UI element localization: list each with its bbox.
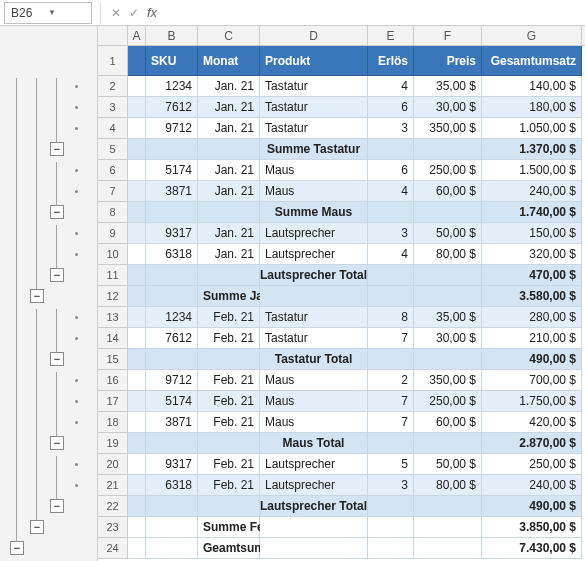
cell[interactable]: [128, 517, 146, 538]
cell-produkt[interactable]: Lautsprecher: [260, 454, 368, 475]
row-header[interactable]: 13: [98, 307, 128, 328]
cell-erloes[interactable]: 4: [368, 244, 414, 265]
cell[interactable]: [128, 202, 146, 223]
cell-erloes[interactable]: 6: [368, 160, 414, 181]
col-header-g[interactable]: G: [482, 26, 582, 45]
cell-preis[interactable]: 30,00 $: [414, 97, 482, 118]
cell-sku[interactable]: 5174: [146, 160, 198, 181]
cell[interactable]: [414, 139, 482, 160]
cell-preis[interactable]: 60,00 $: [414, 181, 482, 202]
cell-sku[interactable]: 6318: [146, 475, 198, 496]
cell[interactable]: [260, 517, 368, 538]
cell-erloes[interactable]: 3: [368, 118, 414, 139]
row-header[interactable]: 9: [98, 223, 128, 244]
cell[interactable]: [128, 370, 146, 391]
header-erloes[interactable]: Erlös: [368, 46, 414, 76]
subtotal-label[interactable]: Lautsprecher Total: [260, 496, 368, 517]
cell-monat[interactable]: Feb. 21: [198, 412, 260, 433]
cell[interactable]: [146, 202, 198, 223]
cell[interactable]: [128, 244, 146, 265]
row-header[interactable]: 1: [98, 46, 128, 76]
cell[interactable]: [128, 538, 146, 559]
cell[interactable]: [146, 349, 198, 370]
subtotal-value[interactable]: 3.850,00 $: [482, 517, 582, 538]
cell-gesamt[interactable]: 240,00 $: [482, 181, 582, 202]
subtotal-label[interactable]: Summe Tastatur: [260, 139, 368, 160]
outline-collapse-button[interactable]: −: [50, 142, 64, 156]
cell-erloes[interactable]: 7: [368, 391, 414, 412]
row-header[interactable]: 20: [98, 454, 128, 475]
cell-erloes[interactable]: 6: [368, 97, 414, 118]
cell-preis[interactable]: 30,00 $: [414, 328, 482, 349]
subtotal-label[interactable]: Summe Jan. 21: [198, 286, 260, 307]
cell-monat[interactable]: Jan. 21: [198, 97, 260, 118]
cell-erloes[interactable]: 4: [368, 181, 414, 202]
cell-monat[interactable]: Jan. 21: [198, 181, 260, 202]
cell[interactable]: [414, 538, 482, 559]
cell-preis[interactable]: 350,00 $: [414, 118, 482, 139]
outline-collapse-button[interactable]: −: [50, 352, 64, 366]
subtotal-value[interactable]: 1.370,00 $: [482, 139, 582, 160]
subtotal-value[interactable]: 1.740,00 $: [482, 202, 582, 223]
cell[interactable]: [368, 349, 414, 370]
cell[interactable]: [414, 349, 482, 370]
cell-erloes[interactable]: 7: [368, 328, 414, 349]
cell-monat[interactable]: Jan. 21: [198, 244, 260, 265]
cell[interactable]: [198, 202, 260, 223]
row-header[interactable]: 11: [98, 265, 128, 286]
cell[interactable]: [146, 496, 198, 517]
row-header[interactable]: 14: [98, 328, 128, 349]
header-produkt[interactable]: Produkt: [260, 46, 368, 76]
cell-erloes[interactable]: 5: [368, 454, 414, 475]
outline-collapse-button[interactable]: −: [30, 289, 44, 303]
cell[interactable]: [128, 496, 146, 517]
cell-monat[interactable]: Jan. 21: [198, 160, 260, 181]
cell-monat[interactable]: Jan. 21: [198, 118, 260, 139]
cell-preis[interactable]: 250,00 $: [414, 391, 482, 412]
cell[interactable]: [414, 496, 482, 517]
cell[interactable]: [128, 160, 146, 181]
subtotal-value[interactable]: 490,00 $: [482, 349, 582, 370]
header-sku[interactable]: SKU: [146, 46, 198, 76]
cell-preis[interactable]: 50,00 $: [414, 454, 482, 475]
cell-preis[interactable]: 35,00 $: [414, 76, 482, 97]
cell-produkt[interactable]: Tastatur: [260, 76, 368, 97]
cell-sku[interactable]: 5174: [146, 391, 198, 412]
cell-sku[interactable]: 3871: [146, 412, 198, 433]
row-header[interactable]: 12: [98, 286, 128, 307]
cell[interactable]: [128, 433, 146, 454]
cell-gesamt[interactable]: 1.750,00 $: [482, 391, 582, 412]
cell[interactable]: [368, 265, 414, 286]
row-header[interactable]: 18: [98, 412, 128, 433]
cell-produkt[interactable]: Maus: [260, 160, 368, 181]
cancel-icon[interactable]: ✕: [107, 4, 125, 22]
cell-erloes[interactable]: 7: [368, 412, 414, 433]
col-header-a[interactable]: A: [128, 26, 146, 45]
cell[interactable]: [128, 349, 146, 370]
cell-preis[interactable]: 80,00 $: [414, 475, 482, 496]
cell[interactable]: [146, 433, 198, 454]
cell-gesamt[interactable]: 280,00 $: [482, 307, 582, 328]
cell[interactable]: [368, 286, 414, 307]
cell[interactable]: [128, 475, 146, 496]
subtotal-value[interactable]: 2.870,00 $: [482, 433, 582, 454]
subtotal-value[interactable]: 7.430,00 $: [482, 538, 582, 559]
cell[interactable]: [198, 139, 260, 160]
name-box[interactable]: B26 ▼: [4, 2, 92, 24]
subtotal-label[interactable]: Tastatur Total: [260, 349, 368, 370]
cell-gesamt[interactable]: 210,00 $: [482, 328, 582, 349]
chevron-down-icon[interactable]: ▼: [48, 8, 85, 17]
cell-erloes[interactable]: 4: [368, 76, 414, 97]
outline-collapse-button[interactable]: −: [50, 436, 64, 450]
row-header[interactable]: 2: [98, 76, 128, 97]
row-header[interactable]: 6: [98, 160, 128, 181]
cell[interactable]: [414, 517, 482, 538]
outline-collapse-button[interactable]: −: [50, 499, 64, 513]
cell-erloes[interactable]: 8: [368, 307, 414, 328]
row-header[interactable]: 10: [98, 244, 128, 265]
cell-produkt[interactable]: Maus: [260, 391, 368, 412]
cell-monat[interactable]: Jan. 21: [198, 76, 260, 97]
col-header-f[interactable]: F: [414, 26, 482, 45]
cell-erloes[interactable]: 2: [368, 370, 414, 391]
cell-monat[interactable]: Jan. 21: [198, 223, 260, 244]
